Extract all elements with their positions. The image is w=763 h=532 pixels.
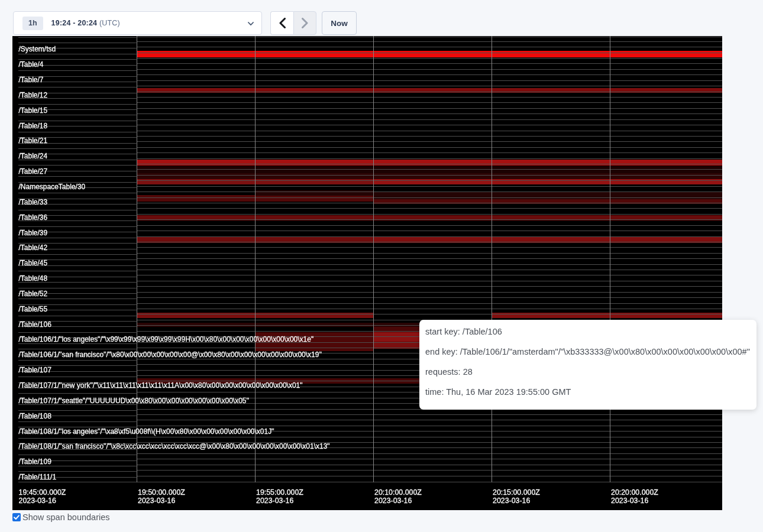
svg-text:/Table/107/1/"new york"/"\x11\: /Table/107/1/"new york"/"\x11\x11\x11\x1… xyxy=(19,381,303,390)
svg-text:/Table/107: /Table/107 xyxy=(19,366,52,374)
svg-text:/Table/106/1/"los angeles"/"\x: /Table/106/1/"los angeles"/"\x99\x99\x99… xyxy=(19,335,314,343)
svg-text:/Table/15: /Table/15 xyxy=(19,106,48,115)
svg-text:/Table/7: /Table/7 xyxy=(19,76,44,84)
svg-text:/Table/36: /Table/36 xyxy=(19,213,48,222)
svg-text:20:15:00.000Z: 20:15:00.000Z xyxy=(493,488,540,497)
svg-text:/Table/55: /Table/55 xyxy=(19,305,48,313)
svg-text:/Table/33: /Table/33 xyxy=(19,198,48,206)
svg-text:/Table/4: /Table/4 xyxy=(19,60,44,69)
svg-text:/Table/108/1/"los angeles"/"\x: /Table/108/1/"los angeles"/"\xa8\xf5\u00… xyxy=(19,427,274,436)
svg-text:/Table/45: /Table/45 xyxy=(19,259,48,267)
svg-text:/Table/12: /Table/12 xyxy=(19,91,48,99)
svg-text:/System/tsd: /System/tsd xyxy=(19,45,56,53)
svg-text:2023-03-16: 2023-03-16 xyxy=(19,497,56,505)
svg-text:/Table/106: /Table/106 xyxy=(19,320,52,329)
svg-text:19:50:00.000Z: 19:50:00.000Z xyxy=(138,488,185,497)
svg-text:20:10:00.000Z: 20:10:00.000Z xyxy=(374,488,422,497)
svg-text:/Table/18: /Table/18 xyxy=(19,122,48,130)
svg-text:20:20:00.000Z: 20:20:00.000Z xyxy=(611,488,658,497)
svg-text:/Table/108: /Table/108 xyxy=(19,412,52,420)
svg-text:/Table/109: /Table/109 xyxy=(19,458,52,466)
svg-text:/Table/52: /Table/52 xyxy=(19,290,48,298)
svg-text:2023-03-16: 2023-03-16 xyxy=(138,497,175,505)
svg-text:/Table/21: /Table/21 xyxy=(19,137,48,145)
svg-text:/NamespaceTable/30: /NamespaceTable/30 xyxy=(19,183,86,191)
svg-text:19:55:00.000Z: 19:55:00.000Z xyxy=(256,488,303,497)
svg-text:/Table/111/1: /Table/111/1 xyxy=(19,473,57,481)
svg-text:/Table/108/1/"san francisco"/": /Table/108/1/"san francisco"/"\x8c\xcc\x… xyxy=(19,442,330,450)
svg-text:2023-03-16: 2023-03-16 xyxy=(493,497,530,505)
svg-text:2023-03-16: 2023-03-16 xyxy=(611,497,648,505)
svg-text:/Table/27: /Table/27 xyxy=(19,167,48,176)
svg-text:2023-03-16: 2023-03-16 xyxy=(256,497,293,505)
svg-text:/Table/106/1/"san francisco"/": /Table/106/1/"san francisco"/"\x80\x00\x… xyxy=(19,351,322,359)
svg-text:/Table/48: /Table/48 xyxy=(19,274,48,283)
svg-text:/Table/24: /Table/24 xyxy=(19,152,48,160)
svg-text:2023-03-16: 2023-03-16 xyxy=(374,497,412,505)
svg-text:/Table/42: /Table/42 xyxy=(19,244,48,252)
svg-text:/Table/39: /Table/39 xyxy=(19,229,48,237)
svg-text:19:45:00.000Z: 19:45:00.000Z xyxy=(19,488,66,497)
svg-text:/Table/107/1/"seattle"/"UUUUUU: /Table/107/1/"seattle"/"UUUUUUD\x00\x80\… xyxy=(19,397,249,405)
